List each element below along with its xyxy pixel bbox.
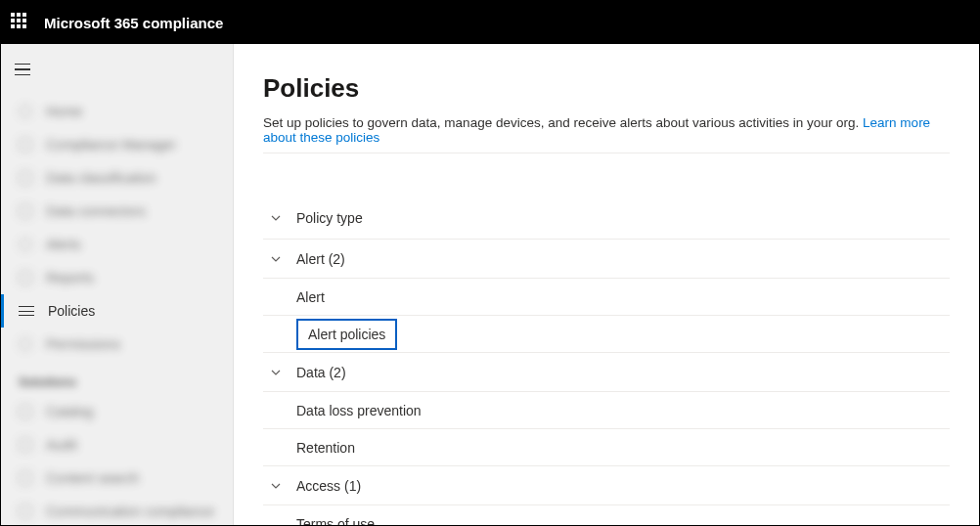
sidebar-item-label: Data connectors — [46, 203, 146, 219]
policy-row-alert-policies[interactable]: Alert policies — [263, 316, 950, 353]
policy-row-retention[interactable]: Retention — [263, 429, 950, 466]
sidebar-item-communication-compliance[interactable]: Communication compliance — [1, 495, 233, 526]
main-content: Policies Set up policies to govern data,… — [234, 44, 979, 525]
chevron-down-icon — [269, 479, 283, 493]
sidebar-item-data-classification[interactable]: Data classification — [1, 161, 233, 195]
sidebar-item-policies[interactable]: Policies — [1, 294, 233, 328]
sidebar-item-label: Alerts — [46, 237, 81, 252]
group-header-alert[interactable]: Alert (2) — [263, 240, 950, 279]
sidebar-item-permissions[interactable]: Permissions — [1, 328, 233, 361]
chevron-down-icon — [269, 252, 283, 266]
group-header-access[interactable]: Access (1) — [263, 466, 950, 505]
sidebar-item-label: Catalog — [46, 404, 93, 419]
page-title: Policies — [263, 73, 950, 104]
sidebar-item-home[interactable]: Home — [1, 95, 233, 128]
sidebar-item-label: Communication compliance — [46, 504, 214, 519]
header-label: Policy type — [296, 210, 363, 226]
collapse-nav-button[interactable] — [15, 54, 46, 85]
policy-row-terms-of-use[interactable]: Terms of use — [263, 505, 950, 525]
sidebar-item-reports[interactable]: Reports — [1, 261, 233, 294]
group-label: Access (1) — [296, 478, 361, 494]
sidebar-item-label: Reports — [46, 270, 94, 285]
sidebar-item-alerts[interactable]: Alerts — [1, 228, 233, 261]
group-label: Data (2) — [296, 365, 346, 380]
row-label: Retention — [296, 440, 355, 456]
sidebar: Home Compliance Manager Data classificat… — [1, 44, 234, 525]
sidebar-item-label: Audit — [46, 437, 77, 453]
policy-row-alert[interactable]: Alert — [263, 279, 950, 316]
row-label: Alert policies — [296, 319, 397, 350]
sidebar-item-label: Home — [46, 104, 82, 119]
top-bar: Microsoft 365 compliance — [1, 1, 979, 44]
policies-icon — [19, 306, 34, 316]
row-label: Data loss prevention — [296, 403, 422, 418]
sidebar-item-label: Data classification — [46, 170, 156, 186]
group-label: Alert (2) — [296, 251, 345, 267]
policy-row-dlp[interactable]: Data loss prevention — [263, 392, 950, 429]
sidebar-item-catalog[interactable]: Catalog — [1, 395, 233, 428]
row-label: Alert — [296, 289, 325, 305]
chevron-down-icon — [269, 366, 283, 379]
sidebar-heading-solutions: Solutions — [1, 361, 233, 395]
sidebar-item-audit[interactable]: Audit — [1, 428, 233, 461]
chevron-down-icon — [269, 211, 283, 225]
page-description: Set up policies to govern data, manage d… — [263, 115, 950, 145]
app-title: Microsoft 365 compliance — [44, 15, 223, 31]
row-label: Terms of use — [296, 516, 375, 525]
column-header-policy-type[interactable]: Policy type — [263, 197, 950, 240]
sidebar-item-label: Policies — [48, 303, 95, 319]
sidebar-item-label: Compliance Manager — [46, 137, 176, 153]
sidebar-item-data-connectors[interactable]: Data connectors — [1, 195, 233, 228]
sidebar-item-compliance-manager[interactable]: Compliance Manager — [1, 128, 233, 161]
divider — [263, 153, 950, 153]
sidebar-item-label: Content search — [46, 470, 139, 486]
app-launcher-icon[interactable] — [11, 13, 30, 32]
sidebar-item-label: Permissions — [46, 336, 120, 352]
policy-list: Policy type Alert (2) Alert Alert polici… — [263, 197, 950, 525]
group-header-data[interactable]: Data (2) — [263, 353, 950, 392]
sidebar-item-content-search[interactable]: Content search — [1, 461, 233, 495]
